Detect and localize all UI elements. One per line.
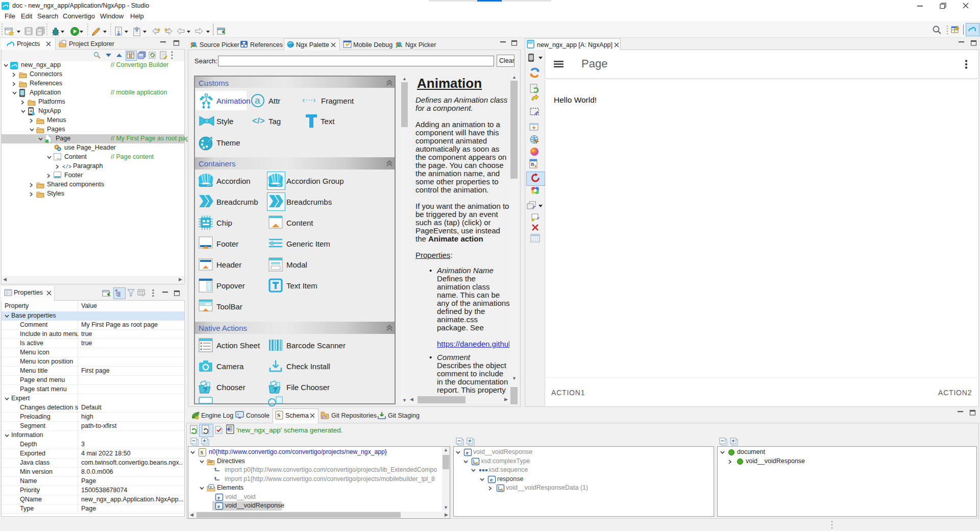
svg-text:?: ? xyxy=(203,386,207,394)
svg-text:a: a xyxy=(255,95,260,106)
svg-text:GIT: GIT xyxy=(323,416,327,419)
svg-text:e: e xyxy=(490,476,493,482)
svg-text:</>: </> xyxy=(62,164,71,170)
svg-text:</>: </> xyxy=(252,116,265,126)
svg-text:e: e xyxy=(217,494,220,500)
svg-text:HTM: HTM xyxy=(529,41,534,44)
svg-text:‹···›: ‹···› xyxy=(302,95,316,104)
svg-text:S: S xyxy=(201,450,204,455)
svg-text:e: e xyxy=(466,449,469,455)
svg-text:B: B xyxy=(531,162,534,167)
svg-text:e: e xyxy=(217,503,220,509)
svg-text:A: A xyxy=(30,109,33,113)
svg-text:?: ? xyxy=(273,386,277,394)
svg-text:S: S xyxy=(277,412,280,418)
